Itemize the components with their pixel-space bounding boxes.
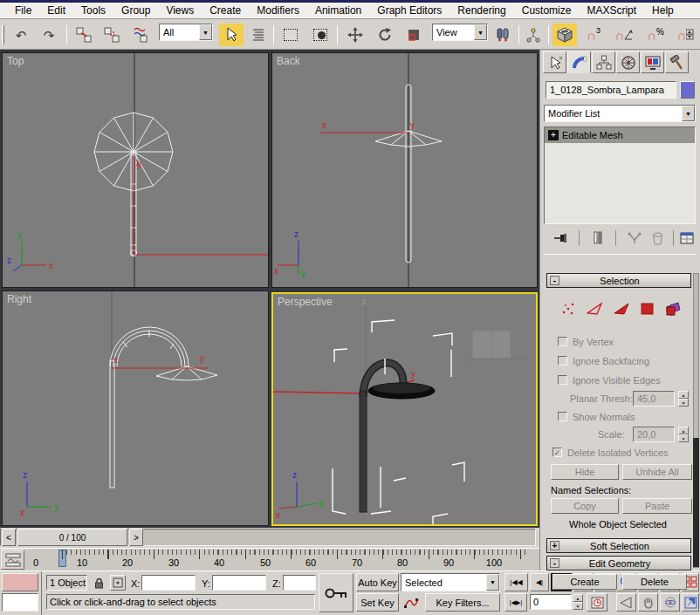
set-keys-button[interactable]: [319, 573, 353, 612]
menu-views[interactable]: Views: [158, 4, 202, 17]
spin-down-icon[interactable]: ▼: [678, 399, 689, 407]
select-and-link-button[interactable]: [72, 24, 96, 46]
planar-thresh-input[interactable]: 45,0: [633, 391, 675, 407]
absolute-offset-mode-toggle[interactable]: [110, 575, 126, 591]
menu-graph-editors[interactable]: Graph Editors: [369, 4, 450, 17]
unhide-all-button[interactable]: Unhide All: [622, 464, 692, 480]
menu-file[interactable]: File: [7, 4, 39, 17]
time-configuration-button[interactable]: [587, 593, 607, 612]
field-of-view-button[interactable]: [616, 593, 636, 612]
angle-snap-toggle-button[interactable]: ∩: [610, 24, 638, 46]
paste-button[interactable]: Paste: [622, 498, 692, 514]
time-slider-prev-button[interactable]: <: [2, 529, 16, 546]
snap-3d-toggle-button[interactable]: ∩ 3: [580, 24, 607, 46]
configure-modifier-sets-button[interactable]: [676, 229, 697, 248]
menu-animation[interactable]: Animation: [307, 4, 369, 17]
previous-frame-button[interactable]: ◀|: [530, 573, 549, 591]
pin-stack-button[interactable]: [551, 229, 572, 248]
key-filter-selection-dropdown[interactable]: Selected ▼: [401, 573, 500, 591]
tab-hierarchy[interactable]: [592, 51, 615, 73]
scale-spinner[interactable]: ▲ ▼: [678, 427, 689, 442]
menu-rendering[interactable]: Rendering: [450, 4, 513, 17]
panel-scrollbar-thumb[interactable]: [693, 438, 699, 567]
auto-key-button[interactable]: Auto Key: [356, 573, 399, 591]
show-normals-checkbox[interactable]: [558, 412, 567, 421]
use-pivot-point-button[interactable]: [491, 24, 514, 46]
menu-customize[interactable]: Customize: [514, 4, 580, 17]
viewport-top[interactable]: y y x z Top: [2, 52, 269, 288]
menu-modifiers[interactable]: Modifiers: [249, 4, 307, 17]
chevron-down-icon[interactable]: ▼: [682, 106, 695, 121]
time-slider-handle[interactable]: 0 / 100: [17, 529, 127, 546]
maxscript-listener-input[interactable]: [2, 593, 38, 612]
select-and-scale-button[interactable]: [401, 24, 426, 46]
toolbar-drag-handle[interactable]: [2, 25, 4, 44]
create-button[interactable]: Create: [552, 574, 617, 590]
expand-icon[interactable]: +: [548, 130, 559, 140]
viewport-right[interactable]: x y z y x Right: [2, 290, 269, 526]
planar-thresh-spinner[interactable]: ▲ ▼: [678, 391, 689, 407]
stack-item-editable-mesh[interactable]: + Editable Mesh: [545, 127, 695, 143]
pan-button[interactable]: [638, 593, 658, 612]
mini-curve-editor-button[interactable]: [1, 550, 24, 570]
edit-geometry-rollout-header[interactable]: - Edit Geometry: [546, 556, 691, 571]
spin-up-icon[interactable]: ▲: [573, 594, 583, 602]
spin-up-icon[interactable]: ▲: [678, 391, 689, 399]
maxscript-listener-macro[interactable]: [2, 573, 38, 591]
tab-create[interactable]: [543, 51, 566, 73]
modifier-stack[interactable]: + Editable Mesh: [544, 126, 696, 224]
menu-help[interactable]: Help: [644, 4, 682, 17]
min-max-toggle-button[interactable]: [682, 593, 699, 612]
x-coord-input[interactable]: [141, 575, 196, 591]
selection-filter-dropdown[interactable]: All ▼: [159, 24, 213, 41]
ignore-backfacing-checkbox[interactable]: [558, 356, 567, 366]
frame-spinner[interactable]: ▲ ▼: [573, 594, 583, 610]
select-and-manipulate-button[interactable]: [522, 24, 545, 46]
select-by-name-button[interactable]: [247, 24, 270, 46]
copy-button[interactable]: Copy: [551, 498, 619, 514]
select-object-button[interactable]: [219, 24, 244, 46]
delete-button[interactable]: Delete: [622, 574, 687, 590]
viewport-back[interactable]: x y z x y Back: [271, 52, 538, 288]
menu-create[interactable]: Create: [202, 4, 249, 17]
tab-display[interactable]: [641, 51, 664, 73]
chevron-down-icon[interactable]: ▼: [474, 24, 487, 40]
undo-button[interactable]: ↶: [9, 24, 33, 46]
redo-button[interactable]: ↷: [37, 24, 61, 46]
collapse-icon[interactable]: -: [550, 276, 559, 285]
bind-to-space-warp-button[interactable]: [127, 24, 154, 46]
time-slider-next-button[interactable]: >: [129, 529, 143, 546]
y-coord-input[interactable]: [212, 575, 266, 591]
delete-isolated-checkbox[interactable]: ✓: [552, 448, 562, 457]
spin-down-icon[interactable]: ▼: [573, 602, 583, 610]
chevron-down-icon[interactable]: ▼: [199, 24, 212, 40]
object-color-swatch[interactable]: [680, 81, 695, 99]
arc-rotate-button[interactable]: [660, 593, 680, 612]
ignore-visible-edges-checkbox[interactable]: [558, 375, 567, 385]
percent-snap-toggle-button[interactable]: ∩ %: [642, 24, 669, 46]
select-and-move-button[interactable]: [342, 24, 368, 46]
z-coord-input[interactable]: [283, 575, 316, 591]
track-bar-ruler[interactable]: 0 10 20 30 40 50 60 70 80 90 100: [26, 549, 539, 571]
soft-selection-rollout-header[interactable]: + Soft Selection: [546, 538, 691, 553]
key-filters-button[interactable]: Key Filters...: [425, 593, 500, 612]
expand-icon[interactable]: +: [550, 541, 559, 550]
rectangular-selection-region-button[interactable]: [278, 24, 304, 46]
select-and-rotate-button[interactable]: [372, 24, 398, 46]
unlink-selection-button[interactable]: [100, 24, 124, 46]
scale-input[interactable]: 20,0: [633, 427, 675, 442]
viewport-perspective[interactable]: z y: [271, 292, 538, 526]
selection-lock-toggle[interactable]: [91, 575, 106, 591]
modifier-list-dropdown[interactable]: Modifier List ▼: [544, 105, 696, 122]
menu-tools[interactable]: Tools: [73, 4, 113, 17]
spin-down-icon[interactable]: ▼: [678, 434, 689, 442]
element-subobject-button[interactable]: [665, 302, 682, 317]
current-frame-input[interactable]: 0: [530, 594, 572, 610]
window-crossing-toggle-button[interactable]: [307, 24, 333, 46]
menu-maxscript[interactable]: MAXScript: [579, 4, 644, 17]
by-vertex-checkbox[interactable]: [558, 337, 567, 346]
set-key-button[interactable]: Set Key: [356, 593, 399, 612]
show-end-result-button[interactable]: [587, 229, 608, 248]
edge-subobject-button[interactable]: [587, 302, 603, 316]
face-subobject-button[interactable]: [614, 302, 630, 316]
